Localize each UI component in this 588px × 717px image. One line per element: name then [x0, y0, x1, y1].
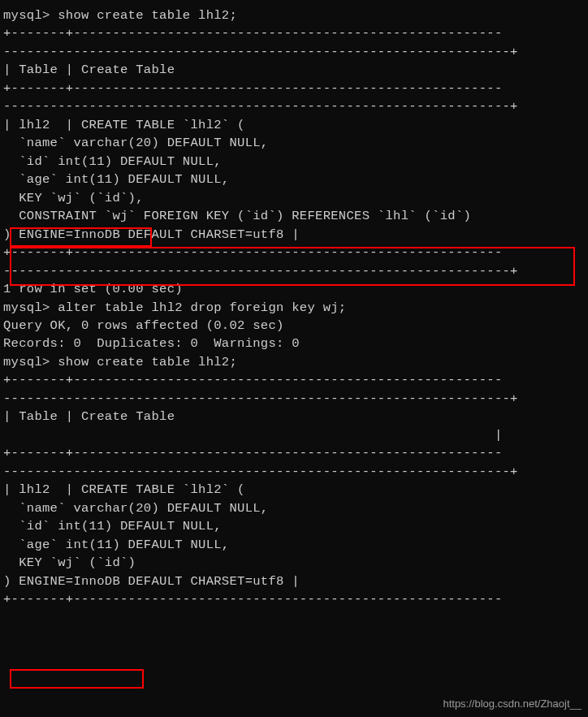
- row-end-pipe: |: [0, 426, 588, 444]
- column-def-id: `id` int(11) DEFAULT NULL,: [0, 153, 588, 171]
- column-def-name: `name` varchar(20) DEFAULT NULL,: [0, 134, 588, 152]
- column-def-age: `age` int(11) DEFAULT NULL,: [0, 536, 588, 554]
- query-ok: Query OK, 0 rows affected (0.02 sec): [0, 317, 588, 335]
- column-def-name: `name` varchar(20) DEFAULT NULL,: [0, 499, 588, 517]
- table-separator: +-------+-------------------------------…: [0, 80, 588, 97]
- table-separator-cont: ----------------------------------------…: [0, 43, 588, 61]
- mysql-prompt-line[interactable]: mysql> show create table lhl2;: [0, 353, 588, 371]
- engine-def: ) ENGINE=InnoDB DEFAULT CHARSET=utf8 |: [0, 572, 588, 590]
- create-table-row: | lhl2 | CREATE TABLE `lhl2` (: [0, 481, 588, 499]
- mysql-prompt-line[interactable]: mysql> show create table lhl2;: [0, 6, 588, 24]
- key-def: KEY `wj` (`id`): [0, 554, 588, 572]
- watermark-text: https://blog.csdn.net/Zhaojt__: [443, 697, 582, 712]
- table-separator: +-------+-------------------------------…: [0, 24, 588, 42]
- table-separator: +-------+-------------------------------…: [0, 444, 588, 462]
- column-def-id: `id` int(11) DEFAULT NULL,: [0, 517, 588, 535]
- highlight-box-key2: [10, 669, 144, 689]
- table-separator: +-------+-------------------------------…: [0, 244, 588, 261]
- table-separator: +-------+-------------------------------…: [0, 371, 588, 389]
- key-def: KEY `wj` (`id`),: [0, 189, 588, 207]
- table-separator-cont: ----------------------------------------…: [0, 262, 588, 280]
- result-summary: 1 row in set (0.00 sec): [0, 280, 588, 298]
- column-def-age: `age` int(11) DEFAULT NULL,: [0, 171, 588, 188]
- create-table-row: | lhl2 | CREATE TABLE `lhl2` (: [0, 116, 588, 134]
- table-header-row: | Table | Create Table: [0, 408, 588, 425]
- table-separator: +-------+-------------------------------…: [0, 590, 588, 608]
- table-separator-cont: ----------------------------------------…: [0, 97, 588, 115]
- table-header-row: | Table | Create Table: [0, 61, 588, 79]
- mysql-prompt-line[interactable]: mysql> alter table lhl2 drop foreign key…: [0, 299, 588, 317]
- engine-def: ) ENGINE=InnoDB DEFAULT CHARSET=utf8 |: [0, 226, 588, 244]
- table-separator-cont: ----------------------------------------…: [0, 390, 588, 408]
- table-separator-cont: ----------------------------------------…: [0, 463, 588, 481]
- records-summary: Records: 0 Duplicates: 0 Warnings: 0: [0, 335, 588, 352]
- constraint-def: CONSTRAINT `wj` FOREIGN KEY (`id`) REFER…: [0, 207, 588, 225]
